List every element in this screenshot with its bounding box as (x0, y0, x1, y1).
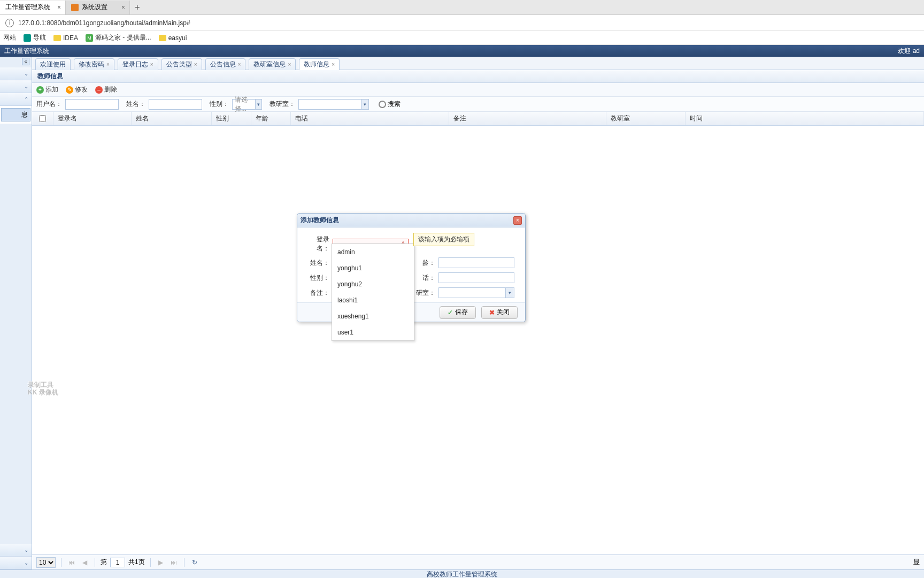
dialog-titlebar[interactable]: 添加教师信息 × (297, 214, 525, 227)
autocomplete-option[interactable]: user1 (332, 324, 414, 340)
accordion-item[interactable]: ⌄ (0, 544, 32, 557)
col-name: 姓名 (132, 112, 212, 125)
dept-label: 教研室： (270, 100, 295, 109)
table-header: 登录名 姓名 性别 年龄 电话 备注 教研室 时间 (32, 112, 924, 126)
accordion-item[interactable]: ⌃ (0, 93, 32, 106)
bookmark-item[interactable]: IDEA (53, 34, 78, 42)
close-icon[interactable]: × (150, 62, 153, 67)
bookmark-item[interactable]: 导航 (24, 33, 46, 42)
col-dept: 教研室 (606, 112, 686, 125)
page-input[interactable] (110, 558, 125, 567)
autocomplete-dropdown: admin yonghu1 yonghu2 laoshi1 xuesheng1 … (332, 244, 414, 341)
tab-loginlog[interactable]: 登录日志× (118, 58, 158, 70)
name-label: 姓名： (306, 258, 329, 268)
accordion-item[interactable]: ⌄ (0, 67, 32, 80)
autocomplete-option[interactable]: xuesheng1 (332, 308, 414, 324)
tab-notice[interactable]: 公告信息× (205, 58, 246, 70)
chevron-up-icon: ⌃ (24, 96, 28, 102)
tab-label: 工作量管理系统 (5, 3, 50, 12)
close-icon[interactable]: × (121, 4, 125, 11)
prev-page-button[interactable]: ◀ (80, 558, 89, 567)
first-page-button[interactable]: ⏮ (67, 558, 76, 567)
col-login: 登录名 (53, 112, 132, 125)
autocomplete-option[interactable]: yonghu1 (332, 260, 414, 276)
gender-label: 性别： (306, 273, 329, 283)
close-icon[interactable]: × (57, 4, 61, 11)
accordion-item[interactable]: ⌄ (0, 557, 32, 569)
dialog-close-button[interactable]: × (513, 216, 522, 225)
name-input[interactable] (149, 99, 202, 110)
next-page-button[interactable]: ▶ (156, 558, 166, 567)
bookmark-item[interactable]: 网站 (3, 33, 16, 42)
welcome-text: 欢迎 ad (898, 47, 920, 56)
autocomplete-option[interactable]: yonghu2 (332, 276, 414, 292)
select-all-checkbox[interactable] (39, 115, 46, 122)
status-bar: 高校教师工作量管理系统 (0, 569, 924, 578)
tab-label: 系统设置 (82, 3, 107, 12)
pager-info: 显 (913, 558, 920, 567)
inner-tab-strip: 欢迎使用 修改密码× 登录日志× 公告类型× 公告信息× 教研室信息× 教师信息… (32, 57, 924, 70)
last-page-button[interactable]: ⏭ (169, 558, 179, 567)
autocomplete-option[interactable]: admin (332, 244, 414, 260)
app-header: 工作量管理系统 欢迎 ad (0, 45, 924, 57)
login-label: 登录名： (306, 235, 329, 253)
bookmark-icon (24, 34, 31, 42)
browser-tab-1[interactable]: 工作量管理系统 × (0, 1, 66, 14)
phone-input[interactable] (438, 272, 514, 283)
new-tab-button[interactable]: + (130, 3, 145, 12)
close-button[interactable]: ✖关闭 (481, 306, 518, 319)
collapse-icon[interactable]: « (22, 58, 29, 65)
search-icon (379, 101, 386, 108)
close-icon[interactable]: × (238, 62, 241, 67)
tab-welcome[interactable]: 欢迎使用 (35, 58, 71, 70)
close-icon[interactable]: × (194, 62, 197, 67)
delete-button[interactable]: –删除 (95, 85, 117, 94)
username-input[interactable] (65, 99, 119, 110)
autocomplete-option[interactable]: laoshi1 (332, 292, 414, 308)
username-label: 用户名： (36, 100, 62, 109)
close-icon[interactable]: × (106, 62, 110, 67)
tab-dept[interactable]: 教研室信息× (249, 58, 296, 70)
dept-select[interactable]: ▾ (298, 99, 369, 110)
col-age: 年龄 (251, 112, 291, 125)
add-button[interactable]: +添加 (36, 85, 58, 94)
tab-teacher[interactable]: 教师信息× (299, 58, 340, 70)
accordion-item[interactable]: ⌄ (0, 80, 32, 93)
sidebar-item-selected[interactable]: 息 (1, 108, 30, 121)
info-icon[interactable]: i (5, 19, 14, 27)
gender-select[interactable]: 请选择...▾ (232, 99, 262, 110)
close-icon[interactable]: × (332, 62, 335, 67)
address-bar: i 127.0.0.1:8080/bdm011gongzuoliang/hout… (0, 15, 924, 31)
chevron-down-icon: ⌄ (24, 560, 28, 566)
tab-password[interactable]: 修改密码× (74, 58, 114, 70)
bookmark-item[interactable]: M源码之家 - 提供最... (86, 33, 151, 42)
validation-tooltip: 该输入项为必输项 (413, 233, 474, 246)
edit-button[interactable]: ✎修改 (66, 85, 88, 94)
favicon-icon (71, 4, 79, 11)
url-text[interactable]: 127.0.0.1:8080/bdm011gongzuoliang/houtai… (18, 19, 190, 27)
chevron-down-icon: ⌄ (24, 71, 28, 77)
bookmark-item[interactable]: easyui (159, 34, 187, 42)
table-body (32, 126, 924, 554)
browser-tab-2[interactable]: 系统设置 × (66, 1, 130, 14)
app-title: 工作量管理系统 (4, 47, 49, 56)
page-label: 第 (101, 558, 107, 567)
chevron-down-icon: ▾ (361, 100, 368, 109)
tab-noticetype[interactable]: 公告类型× (161, 58, 202, 70)
folder-icon (53, 35, 61, 41)
sidebar: « ⌄ ⌄ ⌃ 息 ⌄ ⌄ (0, 57, 32, 569)
close-icon[interactable]: × (288, 62, 291, 67)
col-checkbox (32, 112, 53, 125)
dept-select[interactable]: ▾ (438, 287, 514, 298)
refresh-button[interactable]: ↻ (190, 558, 199, 567)
bookmark-icon: M (86, 34, 93, 42)
save-button[interactable]: ✓保存 (440, 306, 476, 319)
age-input[interactable] (438, 257, 514, 268)
dialog-title: 添加教师信息 (301, 216, 339, 225)
search-button[interactable]: 搜索 (379, 100, 401, 109)
pager: 10 ⏮ ◀ 第 共1页 ▶ ⏭ ↻ 显 (32, 554, 924, 569)
page-size-select[interactable]: 10 (36, 557, 56, 568)
bookmark-bar: 网站 导航 IDEA M源码之家 - 提供最... easyui (0, 31, 924, 45)
check-icon: ✓ (448, 309, 453, 316)
panel-title: 教师信息 (32, 70, 924, 83)
